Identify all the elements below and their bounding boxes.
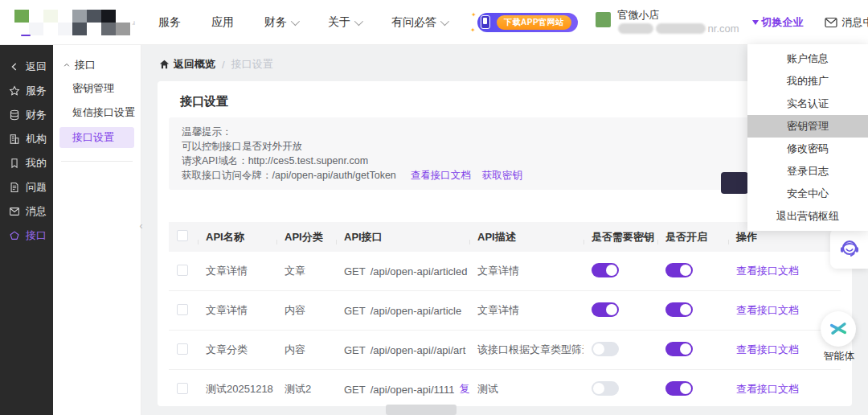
horizontal-scrollbar-thumb[interactable] — [386, 405, 457, 415]
api-path: /api/open-api/articled — [371, 265, 468, 277]
menu-item-login-log[interactable]: 登录日志 — [747, 160, 868, 183]
sub-sidebar: 接口 密钥管理 短信接口设置 接口设置 ‹ — [53, 45, 141, 415]
menu-item-account-info[interactable]: 账户信息 — [747, 47, 868, 70]
enabled-toggle[interactable] — [665, 342, 693, 356]
api-name: 测试20251218 — [198, 382, 276, 397]
nav-item-apps[interactable]: 应用 — [211, 15, 234, 30]
api-category: 测试2 — [276, 382, 336, 397]
get-secret-link[interactable]: 获取密钥 — [482, 170, 522, 181]
subsidebar-item-sms-settings[interactable]: 短信接口设置 — [53, 101, 141, 124]
menu-item-change-password[interactable]: 修改密码 — [747, 138, 868, 160]
nav-item-finance[interactable]: 财务 — [264, 15, 297, 30]
ai-agent-label: 智能体 — [821, 349, 858, 364]
sidebar-item-finance[interactable]: 财务 — [0, 103, 53, 127]
nav-item-about[interactable]: 关于 — [328, 15, 361, 30]
table-row: 文章分类 内容 GET/api/open-api//api/art 该接口根据文… — [169, 331, 841, 370]
sidebar-item-label: 返回 — [26, 60, 47, 74]
breadcrumb-separator: / — [222, 59, 225, 71]
subsidebar-group-api[interactable]: 接口 — [53, 55, 141, 76]
api-endpoint: GET/api/open-api/articled — [336, 265, 469, 277]
store-avatar — [596, 12, 611, 27]
nav-label: 财务 — [264, 15, 287, 30]
ai-agent-button[interactable] — [821, 311, 856, 347]
subsidebar-item-key-management[interactable]: 密钥管理 — [53, 77, 141, 100]
sidebar-item-back[interactable]: 返回 — [0, 55, 53, 79]
column-header: 操作 — [728, 230, 841, 244]
sidebar-item-services[interactable]: 服务 — [0, 79, 53, 103]
switch-company-button[interactable]: 切换企业 — [752, 15, 804, 30]
need-key-toggle[interactable] — [592, 263, 619, 277]
select-all-checkbox[interactable] — [177, 230, 188, 241]
need-key-toggle[interactable] — [592, 302, 619, 317]
api-description: 文章详情 — [469, 303, 583, 318]
column-header: API分类 — [276, 230, 336, 244]
customer-service-button[interactable] — [830, 228, 868, 269]
sparkle-icon: ✦ — [470, 27, 476, 34]
download-app-badge[interactable]: ✦ ✦ 下载APP官网站 — [477, 13, 578, 32]
sidebar-item-issues[interactable]: 问题 — [0, 175, 53, 199]
http-method: GET — [344, 344, 366, 356]
notice-tip-line: 可以控制接口是否对外开放 — [182, 139, 828, 154]
topbar: 』 服务 应用 财务 关于 有问必答 ✦ ✦ 下载APP官网站 官微小店 nr.… — [0, 0, 868, 45]
api-name: 文章分类 — [198, 343, 276, 357]
switch-company-label: 切换企业 — [762, 15, 804, 30]
view-api-docs-link[interactable]: 查看接口文档 — [411, 170, 471, 181]
sidebar-collapse-handle[interactable]: ‹ — [136, 216, 146, 236]
menu-item-security-center[interactable]: 安全中心 — [747, 183, 868, 205]
need-key-toggle[interactable] — [592, 342, 619, 356]
http-method: GET — [344, 305, 366, 317]
row-checkbox[interactable] — [177, 265, 188, 276]
notice-token-value: /api/open-api/auth/getToken — [272, 170, 396, 181]
sidebar-item-messages[interactable]: 消息 — [0, 199, 53, 224]
api-endpoint: GET/api/open-api/article — [336, 305, 469, 317]
enabled-toggle[interactable] — [665, 263, 693, 277]
table-row: 文章详情 文章 GET/api/open-api/articled 文章详情 查… — [169, 252, 841, 291]
nav-label: 应用 — [211, 15, 234, 30]
column-header: API接口 — [336, 230, 469, 244]
view-api-docs-link[interactable]: 查看接口文档 — [736, 265, 799, 277]
nav-item-services[interactable]: 服务 — [158, 15, 181, 30]
row-checkbox[interactable] — [177, 383, 188, 394]
enabled-toggle[interactable] — [665, 302, 693, 317]
nav-label: 有问必答 — [391, 15, 436, 30]
view-api-docs-link[interactable]: 查看接口文档 — [736, 383, 799, 395]
triangle-down-icon — [752, 20, 759, 25]
hidden-button-fragment[interactable] — [721, 172, 748, 194]
menu-item-my-promotion[interactable]: 我的推广 — [747, 70, 868, 92]
sidebar-item-mine[interactable]: 我的 — [0, 151, 53, 175]
view-api-docs-link[interactable]: 查看接口文档 — [736, 304, 799, 316]
store-domain: nr.com — [618, 22, 739, 35]
menu-item-key-management[interactable]: 密钥管理 — [747, 115, 868, 138]
api-description: 该接口根据文章类型筛选并返回 — [469, 343, 583, 357]
row-checkbox[interactable] — [177, 343, 188, 355]
row-checkbox[interactable] — [177, 304, 188, 315]
view-api-docs-link[interactable]: 查看接口文档 — [736, 343, 799, 355]
star-icon — [9, 85, 20, 97]
need-key-toggle[interactable] — [592, 381, 619, 396]
sidebar-item-api[interactable]: 接口 — [0, 224, 53, 248]
chevron-down-icon — [354, 16, 363, 25]
copy-link[interactable]: 复制 — [460, 382, 469, 397]
chevron-left-icon — [9, 61, 20, 72]
mail-icon — [9, 206, 20, 217]
document-icon — [9, 182, 20, 193]
api-endpoint: GET/api/open-api//api/art — [336, 344, 469, 356]
sidebar-item-org[interactable]: 机构 — [0, 127, 53, 151]
user-dropdown-menu: 账户信息 我的推广 实名认证 密钥管理 修改密码 登录日志 安全中心 退出营销枢… — [747, 44, 868, 231]
menu-item-real-name-auth[interactable]: 实名认证 — [747, 92, 868, 115]
http-method: GET — [344, 384, 366, 396]
menu-item-logout[interactable]: 退出营销枢纽 — [747, 205, 868, 228]
nav-item-qa[interactable]: 有问必答 — [391, 15, 447, 30]
table-row: 文章详情 内容 GET/api/open-api/article 文章详情 查看… — [169, 291, 841, 331]
divider — [61, 161, 133, 162]
api-category: 文章 — [276, 264, 336, 278]
api-category: 内容 — [276, 303, 336, 318]
subsidebar-item-api-settings[interactable]: 接口设置 — [59, 127, 134, 148]
enabled-toggle[interactable] — [665, 381, 693, 396]
breadcrumb-home-link[interactable]: 返回概览 — [159, 57, 215, 72]
mail-icon — [825, 17, 837, 28]
message-center-button[interactable]: 消息中心 — [825, 15, 868, 30]
api-name: 文章详情 — [198, 264, 276, 278]
blurred-text — [656, 23, 706, 34]
notice-tip-title: 温馨提示： — [182, 125, 828, 139]
